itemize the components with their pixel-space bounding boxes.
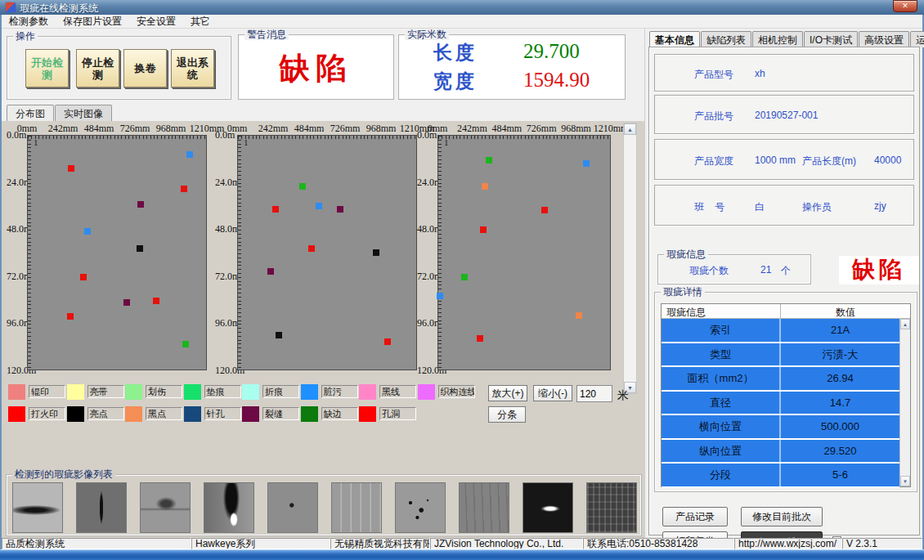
tab-info-6[interactable]: 运行状态信息 — [910, 31, 924, 47]
defect-point[interactable] — [373, 249, 379, 256]
menu-item-4[interactable]: 其它 — [183, 15, 218, 29]
x-axis-tick-label: 726mm — [120, 123, 150, 135]
legend-label: 缺边 — [321, 407, 358, 420]
modify-batch-button[interactable]: 修改目前批次 — [741, 507, 823, 526]
table-scroll-up-icon[interactable]: ▲ — [900, 319, 910, 329]
close-icon[interactable]: ✕ — [893, 0, 917, 12]
defect-point[interactable] — [337, 206, 343, 213]
legend-label: 垫痕 — [204, 385, 241, 398]
defect-thumbnail[interactable] — [459, 482, 509, 533]
split-strip-button[interactable]: 分条 — [488, 406, 526, 423]
plots-vertical-scrollbar[interactable]: ▲ ▼ — [623, 123, 637, 394]
defect-point[interactable] — [482, 183, 488, 190]
defect-point[interactable] — [316, 203, 322, 209]
x-axis-tick-label: 484mm — [491, 123, 522, 135]
menu-item-2[interactable]: 保存图片设置 — [56, 15, 129, 29]
tab-distribution[interactable]: 分布图 — [7, 105, 54, 121]
change-roll-button[interactable]: 换卷 — [123, 49, 167, 87]
defect-point[interactable] — [541, 207, 548, 213]
zoom-in-button[interactable]: 放大(+) — [488, 385, 527, 401]
defect-thumbnail[interactable] — [267, 482, 318, 533]
table-row[interactable]: 直径14.7 — [662, 392, 899, 416]
defect-point[interactable] — [308, 245, 315, 252]
stop-detect-button[interactable]: 停止检测 — [76, 49, 119, 87]
table-scroll-down-icon[interactable]: ▼ — [900, 476, 910, 486]
defect-thumbnail[interactable] — [395, 482, 446, 533]
table-cell-label: 横向位置 — [662, 415, 781, 438]
legend-item: 孔洞 — [359, 405, 418, 423]
defect-point[interactable] — [137, 201, 144, 208]
shift-operator-box: 班 号 白 操作员 zjy — [654, 185, 914, 226]
product-width-value: 1000 mm — [755, 155, 796, 166]
defect-point[interactable] — [123, 299, 130, 306]
defect-point[interactable] — [480, 226, 487, 233]
menu-item-1[interactable]: 检测参数 — [2, 15, 56, 29]
legend-item: 打火印 — [8, 405, 67, 423]
defect-point[interactable] — [477, 335, 483, 342]
defect-point[interactable] — [461, 274, 468, 280]
legend-item: 亮点 — [67, 405, 126, 423]
tab-info-4[interactable]: I/O卡测试 — [804, 31, 858, 47]
legend-label: 针孔 — [204, 407, 241, 420]
table-row[interactable]: 类型污渍-大 — [662, 343, 899, 368]
tab-info-3[interactable]: 相机控制 — [752, 31, 803, 47]
plot-canvas-1[interactable]: 1 — [27, 135, 207, 370]
app-icon — [6, 2, 16, 12]
defect-point[interactable] — [272, 206, 279, 213]
defect-point[interactable] — [583, 160, 590, 167]
exit-system-button[interactable]: 退出系统 — [171, 49, 214, 87]
defect-point[interactable] — [186, 151, 193, 158]
defect-point[interactable] — [182, 341, 189, 347]
defect-thumbnail[interactable] — [12, 482, 63, 533]
table-row[interactable]: 分段5-6 — [662, 464, 899, 488]
zoom-out-button[interactable]: 缩小(-) — [533, 385, 572, 401]
defect-alert-badge: 缺陷 — [839, 256, 919, 284]
status-segment-6: http://www.wxjzsj.com/ — [734, 538, 842, 549]
defect-point[interactable] — [576, 312, 582, 319]
defect-point[interactable] — [276, 332, 282, 338]
legend-label: 黑点 — [146, 407, 182, 420]
defect-image-list-title: 检测到的瑕疵影像列表 — [12, 468, 115, 480]
defect-image-list-group: 检测到的瑕疵影像列表 — [6, 474, 642, 536]
defect-point[interactable] — [267, 268, 274, 275]
tab-info-1[interactable]: 基本信息 — [649, 31, 700, 47]
start-detect-button[interactable]: 开始检测 — [25, 49, 69, 87]
defect-thumbnail[interactable] — [331, 482, 382, 533]
tab-info-5[interactable]: 高级设置 — [859, 31, 909, 47]
menu-item-3[interactable]: 安全设置 — [129, 15, 183, 29]
defect-thumbnail[interactable] — [140, 482, 191, 533]
defect-point[interactable] — [181, 186, 187, 192]
basic-info-page: 产品型号 xh 产品批号 20190527-001 产品宽度 1000 mm 产… — [648, 47, 920, 535]
table-scrollbar[interactable]: ▲ ▼ — [899, 319, 910, 486]
operations-group-title: 操作 — [13, 30, 38, 42]
defect-point[interactable] — [84, 228, 91, 235]
defect-point[interactable] — [384, 338, 391, 345]
scroll-up-icon[interactable]: ▲ — [624, 123, 636, 135]
legend-color-swatch — [242, 406, 259, 422]
defect-point[interactable] — [437, 293, 443, 299]
tab-live-image[interactable]: 实时图像 — [55, 105, 112, 121]
defect-point[interactable] — [137, 245, 143, 252]
defect-point[interactable] — [80, 274, 87, 280]
defect-thumbnail[interactable] — [523, 482, 573, 533]
defect-point[interactable] — [67, 313, 74, 320]
legend-color-swatch — [8, 406, 25, 422]
defect-point[interactable] — [153, 298, 159, 304]
table-row[interactable]: 纵向位置29.520 — [662, 440, 899, 464]
table-row[interactable]: 索引21A — [662, 319, 899, 343]
y-axis-tick-label: 24.0m — [215, 177, 240, 189]
defect-thumbnail[interactable] — [76, 482, 127, 533]
windows-taskbar[interactable] — [0, 549, 924, 560]
defect-point[interactable] — [486, 157, 492, 164]
tab-info-2[interactable]: 缺陷列表 — [701, 31, 751, 47]
defect-thumbnail[interactable] — [204, 482, 254, 533]
product-record-button[interactable]: 产品记录 — [662, 507, 728, 526]
plot-canvas-2[interactable]: 1 — [237, 135, 417, 370]
defect-thumbnail[interactable] — [586, 482, 637, 533]
table-row[interactable]: 横向位置500.000 — [662, 415, 899, 440]
table-row[interactable]: 面积（mm2）26.94 — [662, 367, 899, 392]
plot-canvas-3[interactable]: 1 — [437, 135, 611, 370]
range-meters-input[interactable] — [576, 385, 612, 402]
defect-point[interactable] — [299, 183, 306, 190]
defect-point[interactable] — [68, 165, 74, 172]
